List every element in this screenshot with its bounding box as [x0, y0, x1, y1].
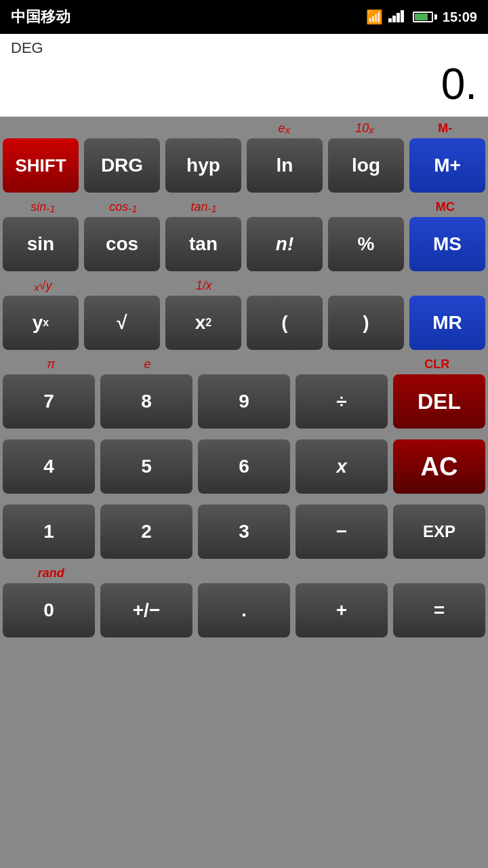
row3-buttons: yx √ x2 ( ) MR: [0, 293, 488, 353]
zero-button[interactable]: 0: [3, 583, 95, 637]
row4-labels: π e CLR: [0, 353, 488, 372]
ac-button[interactable]: AC: [393, 439, 485, 494]
x2-button[interactable]: x2: [165, 296, 241, 350]
carrier-label: 中国移动: [11, 7, 70, 27]
row3-labels: x√y 1/x: [0, 274, 488, 293]
mr-button[interactable]: MR: [409, 296, 485, 350]
label-empty4: [244, 195, 325, 214]
label-empty11: [292, 353, 388, 372]
sin-button[interactable]: sin: [3, 217, 79, 271]
display: DEG 0.: [0, 34, 488, 117]
mplus-button[interactable]: M+: [409, 138, 485, 193]
label-empty7: [244, 274, 325, 293]
display-value: 0.: [11, 57, 477, 111]
label-cos-inv: cos-1: [83, 195, 164, 214]
equals-button[interactable]: =: [393, 583, 485, 637]
nine-button[interactable]: 9: [198, 374, 290, 429]
multiply-button[interactable]: x: [296, 439, 388, 494]
minus-button[interactable]: −: [296, 505, 388, 559]
shift-button[interactable]: SHIFT: [3, 138, 79, 193]
label-clr: CLR: [389, 353, 485, 372]
row6-buttons: 1 2 3 − EXP: [0, 502, 488, 561]
label-empty2: [83, 117, 164, 136]
wifi-icon: 📶: [366, 9, 383, 25]
status-bar: 中国移动 📶 15:09: [0, 0, 488, 34]
row2-labels: sin-1 cos-1 tan-1 MC: [0, 195, 488, 214]
battery-icon: [413, 12, 437, 22]
three-button[interactable]: 3: [198, 505, 290, 559]
label-empty5: [325, 195, 405, 214]
decimal-button[interactable]: .: [198, 583, 290, 637]
svg-rect-3: [401, 10, 404, 22]
five-button[interactable]: 5: [100, 439, 192, 494]
sqrt-button[interactable]: √: [84, 296, 160, 350]
percent-button[interactable]: %: [328, 217, 404, 271]
ms-button[interactable]: MS: [409, 217, 485, 271]
nfact-button[interactable]: n !: [247, 217, 323, 271]
six-button[interactable]: 6: [198, 439, 290, 494]
status-icons: 📶 15:09: [366, 9, 477, 26]
label-empty8: [325, 274, 405, 293]
label-1overx: 1/x: [163, 274, 244, 293]
label-empty3: [163, 117, 244, 136]
seven-button[interactable]: 7: [3, 374, 95, 429]
eight-button[interactable]: 8: [100, 374, 192, 429]
label-empty1: [3, 117, 83, 136]
svg-rect-1: [392, 16, 396, 22]
rparen-button[interactable]: ): [328, 296, 404, 350]
label-tan-inv: tan-1: [163, 195, 244, 214]
label-rand: rand: [3, 561, 99, 580]
label-ex: ex: [244, 117, 325, 136]
label-pi: π: [3, 353, 99, 372]
row7-labels: rand: [0, 561, 488, 580]
row2-buttons: sin cos tan n ! % MS: [0, 214, 488, 274]
label-mminus: M-: [405, 117, 485, 136]
plus-button[interactable]: +: [296, 583, 388, 637]
label-e: e: [99, 353, 195, 372]
one-button[interactable]: 1: [3, 505, 95, 559]
del-button[interactable]: DEL: [393, 374, 485, 429]
plusminus-button[interactable]: +/−: [100, 583, 192, 637]
label-sin-inv: sin-1: [3, 195, 83, 214]
yx-button[interactable]: yx: [3, 296, 79, 350]
exp-button[interactable]: EXP: [393, 505, 485, 559]
label-xrooty: x√y: [3, 274, 83, 293]
row1-buttons: SHIFT DRG hyp ln log M+: [0, 136, 488, 195]
row5-buttons: 4 5 6 x AC: [0, 437, 488, 496]
time-label: 15:09: [443, 9, 477, 25]
hyp-button[interactable]: hyp: [165, 138, 241, 193]
lparen-button[interactable]: (: [247, 296, 323, 350]
label-mc: MC: [405, 195, 485, 214]
drg-button[interactable]: DRG: [84, 138, 160, 193]
label-empty10: [196, 353, 292, 372]
label-10x: 10x: [325, 117, 405, 136]
row4-buttons: 7 8 9 ÷ DEL: [0, 372, 488, 431]
tan-button[interactable]: tan: [165, 217, 241, 271]
calculator-body: ex 10x M- SHIFT DRG hyp ln log M+ sin-1 …: [0, 117, 488, 640]
row1-labels: ex 10x M-: [0, 117, 488, 136]
display-mode: DEG: [11, 39, 477, 57]
label-empty6: [83, 274, 164, 293]
label-empty9: [405, 274, 485, 293]
svg-rect-2: [396, 13, 400, 22]
two-button[interactable]: 2: [100, 505, 192, 559]
svg-rect-0: [388, 18, 392, 22]
signal-icon: [388, 9, 407, 26]
ln-button[interactable]: ln: [247, 138, 323, 193]
log-button[interactable]: log: [328, 138, 404, 193]
row7-buttons: 0 +/− . + =: [0, 580, 488, 640]
divide-button[interactable]: ÷: [296, 374, 388, 429]
four-button[interactable]: 4: [3, 439, 95, 494]
cos-button[interactable]: cos: [84, 217, 160, 271]
